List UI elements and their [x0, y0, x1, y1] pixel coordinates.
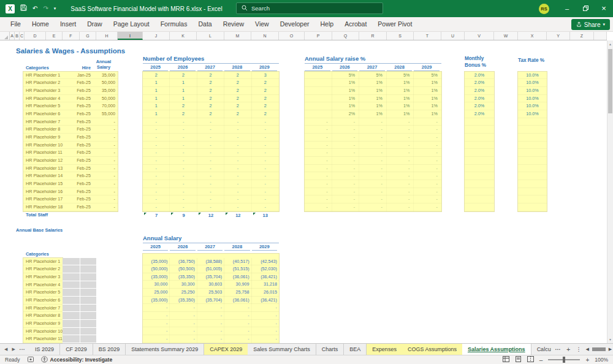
hscroll-left-icon[interactable]: ◀ — [585, 347, 588, 352]
cell[interactable]: - — [332, 195, 360, 203]
column-header-partial[interactable] — [594, 32, 607, 40]
cell[interactable]: - — [197, 335, 224, 343]
column-header-Y[interactable]: Y — [547, 32, 570, 40]
cell[interactable]: - — [143, 320, 170, 328]
cell-category[interactable]: HR Placeholder 13 — [26, 165, 63, 173]
undo-icon[interactable]: ↶ — [32, 4, 37, 13]
cell[interactable]: 2.0% — [465, 95, 494, 103]
cell[interactable]: - — [143, 142, 170, 150]
cell-annual-salary[interactable]: - — [114, 149, 115, 157]
cell[interactable]: - — [387, 149, 414, 157]
cell-hire-date[interactable]: Feb-25 — [65, 87, 91, 95]
cell[interactable]: 2 — [224, 102, 251, 110]
sheet-tab-calcula[interactable]: Calcula — [531, 344, 551, 355]
cell-total-staff[interactable]: 12 — [197, 211, 224, 219]
cell-annual-salary[interactable]: - — [114, 142, 115, 150]
cell[interactable]: 1% — [414, 102, 441, 110]
cell[interactable]: - — [170, 126, 197, 134]
cell[interactable]: 10.0% — [518, 110, 547, 118]
cell[interactable]: - — [197, 320, 224, 328]
staff-header-hire[interactable]: Hire — [61, 65, 91, 70]
cell[interactable]: - — [143, 126, 170, 134]
cell[interactable]: - — [332, 118, 360, 126]
hscroll-right-icon[interactable]: ▶ — [609, 347, 612, 352]
cell[interactable]: 30,000 — [143, 281, 170, 289]
sheet-tab-bs-2029[interactable]: BS 2029 — [93, 344, 126, 355]
page-break-view-icon[interactable] — [527, 356, 534, 363]
cell[interactable]: - — [224, 142, 251, 150]
cell-hire-date[interactable]: Feb-25 — [65, 95, 91, 103]
cell[interactable]: - — [143, 134, 170, 142]
cell[interactable] — [518, 180, 547, 188]
cell[interactable]: - — [197, 195, 224, 203]
cell-total-staff[interactable]: 12 — [224, 211, 251, 219]
cell[interactable]: 2 — [252, 102, 279, 110]
cell[interactable]: 2 — [252, 79, 279, 87]
cell[interactable]: 2 — [197, 110, 224, 118]
cell[interactable]: - — [252, 172, 279, 180]
column-header-F[interactable]: F — [63, 32, 80, 40]
cell[interactable]: 2 — [197, 72, 224, 80]
cell[interactable]: 1% — [332, 95, 360, 103]
cell-category[interactable]: HR Placeholder 1 — [23, 258, 63, 266]
cell[interactable]: (35,000) — [143, 258, 170, 266]
cell[interactable]: - — [305, 172, 332, 180]
cell[interactable]: - — [332, 172, 360, 180]
cell-total-staff[interactable]: 9 — [170, 211, 197, 219]
cell[interactable] — [518, 203, 547, 211]
cell[interactable]: - — [414, 149, 441, 157]
column-header-B[interactable]: B — [15, 32, 20, 40]
share-button[interactable]: Share ▾ — [571, 19, 610, 30]
cell[interactable]: - — [414, 180, 441, 188]
cell[interactable]: 5% — [387, 72, 414, 80]
cell[interactable]: - — [387, 134, 414, 142]
cell[interactable] — [518, 126, 547, 134]
vertical-scrollbar[interactable]: ▲ ▼ — [607, 40, 613, 343]
cell[interactable]: - — [143, 172, 170, 180]
cell[interactable]: 2 — [224, 87, 251, 95]
cell[interactable]: 1% — [359, 110, 387, 118]
column-header-P[interactable]: P — [305, 32, 332, 40]
cell-category[interactable]: HR Placeholder 12 — [26, 157, 63, 165]
cell[interactable]: 1% — [359, 95, 387, 103]
cell[interactable]: 2 — [224, 79, 251, 87]
normal-view-icon[interactable] — [503, 356, 509, 363]
cell[interactable]: 2 — [170, 72, 197, 80]
cell[interactable]: 1% — [387, 79, 414, 87]
cell[interactable]: - — [387, 118, 414, 126]
cell[interactable]: - — [414, 126, 441, 134]
sheet-tab-bea[interactable]: BEA — [344, 344, 367, 355]
cell[interactable]: - — [170, 327, 197, 335]
cell[interactable]: - — [414, 118, 441, 126]
cell[interactable] — [305, 72, 332, 80]
column-header-E[interactable]: E — [46, 32, 63, 40]
bonus-section-title[interactable]: Monthly Bonus % — [465, 55, 486, 69]
cell[interactable]: - — [170, 203, 197, 211]
cell[interactable]: - — [359, 188, 387, 196]
cell[interactable]: 31,218 — [252, 281, 279, 289]
cell[interactable]: - — [332, 165, 360, 173]
cell[interactable] — [518, 188, 547, 196]
cell[interactable]: - — [143, 188, 170, 196]
column-header-T[interactable]: T — [414, 32, 441, 40]
cell[interactable]: - — [305, 118, 332, 126]
cell-category[interactable]: HR Placeholder 8 — [26, 126, 60, 134]
cell[interactable]: - — [252, 304, 279, 312]
column-header-A[interactable]: A — [10, 32, 15, 40]
cell-annual-salary[interactable]: - — [114, 118, 115, 126]
cell[interactable]: - — [143, 312, 170, 320]
cell[interactable]: - — [170, 157, 197, 165]
cell[interactable]: - — [332, 180, 360, 188]
column-header-R[interactable]: R — [359, 32, 387, 40]
cell-annual-salary[interactable]: - — [114, 126, 115, 134]
ribbon-tab-acrobat[interactable]: Acrobat — [339, 17, 372, 31]
cell[interactable]: - — [414, 165, 441, 173]
cell[interactable]: 10.0% — [518, 87, 547, 95]
cell[interactable]: 2 — [252, 110, 279, 118]
cell[interactable]: - — [305, 203, 332, 211]
cell[interactable]: 1% — [414, 95, 441, 103]
cell[interactable]: 10.0% — [518, 79, 547, 87]
cell[interactable]: - — [197, 172, 224, 180]
cell[interactable]: - — [414, 188, 441, 196]
cell[interactable]: 2 — [170, 110, 197, 118]
